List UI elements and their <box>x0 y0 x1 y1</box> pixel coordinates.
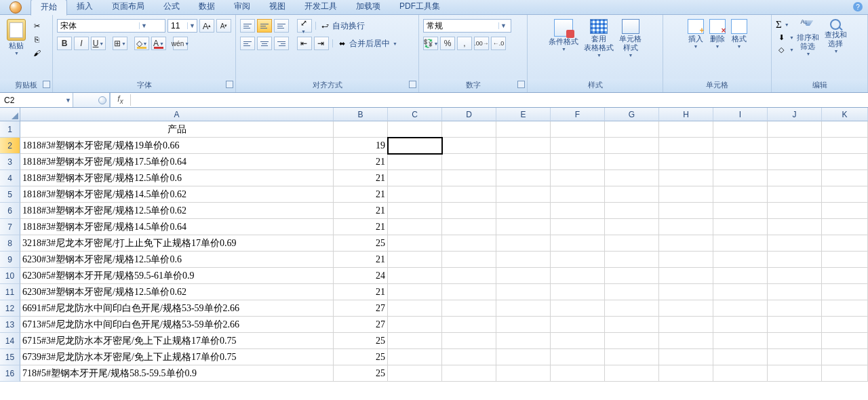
cell-D12[interactable] <box>442 300 496 317</box>
align-right-button[interactable] <box>274 37 289 50</box>
cell-K8[interactable] <box>822 235 868 252</box>
accounting-format-button[interactable]: 💱▼ <box>423 37 438 50</box>
cell-K2[interactable] <box>822 138 868 154</box>
cell-B7[interactable]: 21 <box>334 219 388 235</box>
cell-E4[interactable] <box>496 170 551 186</box>
cell-K13[interactable] <box>822 317 868 333</box>
cell-I1[interactable] <box>713 121 768 138</box>
cell-J14[interactable] <box>768 333 822 349</box>
tab-2[interactable]: 页面布局 <box>102 0 154 15</box>
format-cells-button[interactable]: 格式▼ <box>728 18 750 50</box>
format-as-table-button[interactable]: 套用 表格格式▼ <box>581 18 616 59</box>
cell-H1[interactable] <box>659 121 713 138</box>
cell-D3[interactable] <box>442 154 496 170</box>
row-header-16[interactable]: 16 <box>0 365 20 382</box>
cell-F16[interactable] <box>551 365 605 382</box>
cell-E11[interactable] <box>496 284 551 300</box>
cell-D15[interactable] <box>442 349 496 365</box>
border-button[interactable]: ⊞▼ <box>113 37 127 50</box>
cell-H3[interactable] <box>659 154 713 170</box>
help-icon[interactable]: ? <box>853 2 863 12</box>
cell-J6[interactable] <box>768 203 822 219</box>
cell-H5[interactable] <box>659 186 713 203</box>
cell-B5[interactable]: 21 <box>334 186 388 203</box>
cell-H11[interactable] <box>659 284 713 300</box>
fill-color-button[interactable]: ◇▼ <box>134 37 149 50</box>
cell-G6[interactable] <box>605 203 659 219</box>
cell-C6[interactable] <box>388 203 442 219</box>
tab-4[interactable]: 数据 <box>189 0 224 15</box>
cell-D10[interactable] <box>442 268 496 284</box>
cell-J10[interactable] <box>768 268 822 284</box>
align-middle-button[interactable] <box>257 19 272 33</box>
cell-A8[interactable]: 3218#3#尼龙本牙密尾/打上止免下止规格17单价0.69 <box>20 235 334 252</box>
align-center-button[interactable] <box>257 37 272 50</box>
col-header-I[interactable]: I <box>713 108 768 121</box>
cell-F4[interactable] <box>551 170 605 186</box>
formula-input[interactable] <box>131 95 868 105</box>
col-header-H[interactable]: H <box>659 108 713 121</box>
increase-decimal-button[interactable]: .00→ <box>474 37 489 50</box>
cell-H13[interactable] <box>659 317 713 333</box>
cell-F2[interactable] <box>551 138 605 154</box>
cell-G3[interactable] <box>605 154 659 170</box>
cell-A7[interactable]: 1818#3#塑钢本牙密尾/规格14.5单价0.64 <box>20 219 334 235</box>
select-all-corner[interactable] <box>0 108 20 121</box>
cell-styles-button[interactable]: 单元格 样式▼ <box>616 18 644 59</box>
cell-E3[interactable] <box>496 154 551 170</box>
row-header-2[interactable]: 2 <box>0 138 20 154</box>
format-painter-icon[interactable]: 🖌 <box>31 47 42 58</box>
cell-K4[interactable] <box>822 170 868 186</box>
tab-1[interactable]: 插入 <box>67 0 102 15</box>
fx-button[interactable]: fx <box>111 94 131 105</box>
row-header-3[interactable]: 3 <box>0 154 20 170</box>
shrink-font-button[interactable]: A▾ <box>216 19 231 33</box>
cell-A9[interactable]: 6230#3#塑钢本牙密尾/规格12.5单价0.6 <box>20 252 334 268</box>
cell-C16[interactable] <box>388 365 442 382</box>
cell-J8[interactable] <box>768 235 822 252</box>
bold-button[interactable]: B <box>57 37 72 50</box>
cell-I9[interactable] <box>713 252 768 268</box>
cell-F8[interactable] <box>551 235 605 252</box>
cell-J13[interactable] <box>768 317 822 333</box>
cell-A2[interactable]: 1818#3#塑钢本牙密尾/规格19单价0.66 <box>20 138 334 154</box>
cell-K12[interactable] <box>822 300 868 317</box>
cell-C15[interactable] <box>388 349 442 365</box>
cell-F7[interactable] <box>551 219 605 235</box>
cell-K16[interactable] <box>822 365 868 382</box>
cell-I10[interactable] <box>713 268 768 284</box>
orientation-button[interactable]: ⤢▼ <box>297 19 312 33</box>
cell-C5[interactable] <box>388 186 442 203</box>
cell-I16[interactable] <box>713 365 768 382</box>
cell-H8[interactable] <box>659 235 713 252</box>
cell-J9[interactable] <box>768 252 822 268</box>
tab-9[interactable]: PDF工具集 <box>390 0 450 15</box>
conditional-format-button[interactable]: 条件格式▼ <box>546 18 581 53</box>
row-header-11[interactable]: 11 <box>0 284 20 300</box>
col-header-D[interactable]: D <box>442 108 496 121</box>
font-size-combo[interactable]: ▼ <box>167 19 197 33</box>
cell-G1[interactable] <box>605 121 659 138</box>
cell-H12[interactable] <box>659 300 713 317</box>
row-header-9[interactable]: 9 <box>0 252 20 268</box>
cell-E13[interactable] <box>496 317 551 333</box>
col-header-A[interactable]: A <box>20 108 334 121</box>
cell-K15[interactable] <box>822 349 868 365</box>
paste-button[interactable]: 粘贴 ▼ <box>4 18 28 57</box>
cell-K9[interactable] <box>822 252 868 268</box>
cell-B16[interactable]: 25 <box>334 365 388 382</box>
autosum-button[interactable]: Σ▼ <box>776 19 794 31</box>
cell-A14[interactable]: 6715#3#尼龙防水本牙密尾/免上下止规格17单价0.75 <box>20 333 334 349</box>
col-header-J[interactable]: J <box>768 108 822 121</box>
fill-button[interactable]: ⬇▼ <box>776 32 794 43</box>
comma-button[interactable]: , <box>457 37 472 50</box>
cell-I11[interactable] <box>713 284 768 300</box>
cell-A13[interactable]: 6713#5#尼龙防水中间印白色开尾/规格53-59单价2.66 <box>20 317 334 333</box>
cell-C2[interactable] <box>388 138 442 154</box>
cell-C7[interactable] <box>388 219 442 235</box>
cell-A12[interactable]: 6691#5#尼龙防水中间印白色开尾/规格53-59单价2.66 <box>20 300 334 317</box>
cell-I3[interactable] <box>713 154 768 170</box>
cell-D8[interactable] <box>442 235 496 252</box>
cell-J16[interactable] <box>768 365 822 382</box>
cell-F1[interactable] <box>551 121 605 138</box>
